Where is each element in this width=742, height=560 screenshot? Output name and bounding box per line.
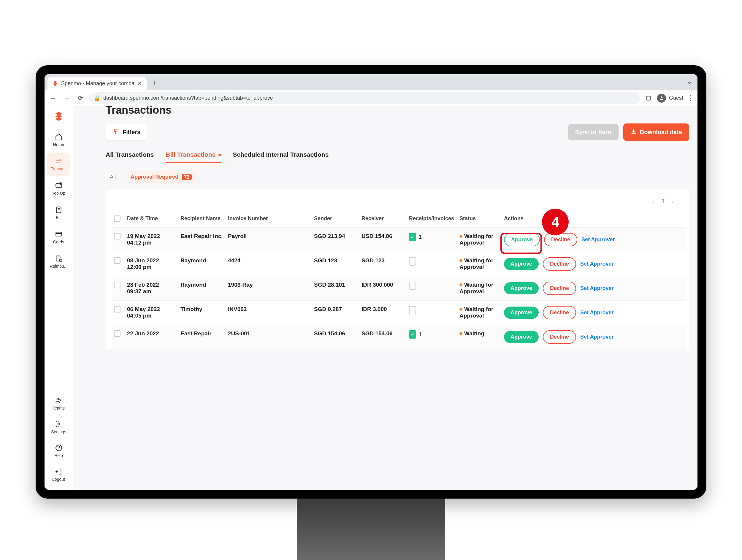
cell-sender: SGD 154.06 — [314, 330, 362, 337]
approve-button[interactable]: Approve — [504, 306, 539, 319]
cell-date: 06 May 2022 — [127, 306, 160, 312]
set-approver-link[interactable]: Set Approver — [580, 334, 614, 340]
help-icon — [55, 444, 63, 452]
status-dot-icon — [460, 332, 463, 335]
set-approver-link[interactable]: Set Approver — [580, 285, 614, 291]
download-data-button[interactable]: Download data — [623, 123, 689, 141]
row-checkbox[interactable] — [114, 306, 120, 313]
table-row[interactable]: 08 Jun 202212:00 pm Raymond 4424 SGD 123… — [112, 252, 686, 276]
table-row[interactable]: 19 May 202204:12 pm East Repair Inc. Pay… — [112, 228, 686, 252]
cell-recipient: East Repair — [180, 330, 228, 337]
cell-invoice: 1903-Ray — [228, 282, 314, 288]
page-prev-button[interactable]: ‹ — [652, 198, 654, 205]
page-next-button[interactable]: › — [672, 198, 674, 205]
sync-xero-button[interactable]: Sync to Xero — [568, 124, 619, 141]
set-approver-link[interactable]: Set Approver — [581, 236, 615, 243]
table-row[interactable]: 23 Feb 202209:37 am Raymond 1903-Ray SGD… — [112, 276, 686, 301]
filters-button[interactable]: Filters — [106, 124, 147, 141]
col-recipient: Recipient Name — [180, 216, 228, 222]
teams-icon — [55, 396, 63, 404]
sidebar-item-transactions[interactable]: Transa... — [47, 153, 70, 176]
decline-button[interactable]: Decline — [543, 282, 576, 295]
svg-point-13 — [116, 131, 117, 132]
sidebar-label: Top Up — [52, 191, 65, 195]
cell-status: Waiting — [460, 330, 504, 337]
monitor-stand — [297, 499, 445, 560]
table-row[interactable]: 06 May 202204:05 pm Timothy INV002 SGD 0… — [112, 301, 686, 325]
row-checkbox[interactable] — [114, 257, 120, 264]
browser-tab[interactable]: Spenmo - Manage your compa ✕ — [48, 77, 147, 90]
receipt-count: 1 — [419, 234, 422, 240]
tab-bill-transactions[interactable]: Bill Transactions — [166, 151, 221, 163]
sidebar-label: Logout — [52, 477, 65, 482]
sidebar-item-help[interactable]: Help — [47, 439, 70, 462]
cell-receipts — [409, 257, 460, 266]
table-row[interactable]: 22 Jun 2022 East Repair 2US-001 SGD 154.… — [112, 325, 686, 349]
address-bar[interactable]: 🔒 dashboard.spenmo.com/transactions?tab=… — [89, 92, 640, 104]
cell-receipts — [409, 306, 460, 314]
col-status: Status — [460, 216, 504, 222]
browser-menu-button[interactable] — [687, 95, 694, 101]
sidebar-item-home[interactable]: Home — [47, 128, 70, 151]
row-checkbox[interactable] — [114, 233, 120, 239]
svg-point-1 — [661, 97, 662, 98]
col-date: Date & Time — [127, 216, 180, 222]
cell-recipient: Raymond — [180, 257, 228, 264]
cell-recipient: Raymond — [180, 282, 228, 288]
sidebar-item-teams[interactable]: Teams — [47, 392, 70, 415]
select-all-checkbox[interactable] — [114, 216, 120, 222]
back-button[interactable]: ← — [48, 93, 58, 103]
approve-button[interactable]: Approve — [504, 282, 539, 294]
tab-scheduled-internal[interactable]: Scheduled Internal Transactions — [233, 151, 328, 163]
forward-button[interactable]: → — [62, 93, 72, 103]
sidebar-item-logout[interactable]: Logout — [47, 463, 70, 486]
cell-status: Waiting for Approval — [460, 306, 504, 319]
transfer-icon — [55, 157, 63, 165]
window-expand-icon[interactable] — [684, 78, 694, 88]
download-icon — [630, 128, 637, 136]
profile-button[interactable]: Guest — [657, 94, 683, 103]
decline-button[interactable]: Decline — [544, 233, 577, 246]
cell-time: 09:37 am — [127, 288, 178, 295]
reimburse-icon — [55, 254, 63, 263]
col-invoice: Invoice Number — [228, 216, 314, 222]
filters-label: Filters — [122, 129, 141, 135]
cell-time: 12:00 pm — [127, 264, 178, 270]
browser-chrome: Spenmo - Manage your compa ✕ ＋ ← → ⟳ 🔒 d… — [45, 74, 697, 106]
set-approver-link[interactable]: Set Approver — [580, 261, 614, 267]
tabs: All Transactions Bill Transactions Sched… — [106, 151, 689, 163]
cell-time: 04:05 pm — [127, 313, 178, 319]
extensions-icon[interactable] — [643, 93, 653, 103]
subtab-all[interactable]: All — [106, 171, 120, 183]
row-checkbox[interactable] — [114, 282, 120, 288]
cell-invoice: 4424 — [228, 257, 314, 264]
sidebar-item-bill[interactable]: Bill — [47, 201, 70, 224]
approve-button[interactable]: Approve — [504, 331, 539, 343]
reload-button[interactable]: ⟳ — [75, 93, 86, 103]
sidebar-label: Settings — [51, 430, 66, 434]
close-tab-icon[interactable]: ✕ — [138, 80, 142, 87]
svg-point-12 — [114, 129, 115, 130]
cell-date: 23 Feb 2022 — [127, 282, 159, 288]
app-logo-icon[interactable] — [53, 111, 64, 122]
approval-count-badge: 72 — [181, 174, 192, 180]
tab-all-transactions[interactable]: All Transactions — [106, 151, 154, 163]
row-checkbox[interactable] — [114, 330, 120, 337]
svg-rect-5 — [56, 232, 62, 236]
annotation-number: 4 — [551, 214, 559, 230]
approve-button[interactable]: Approve — [504, 258, 539, 270]
avatar-icon — [657, 94, 666, 103]
sidebar-item-settings[interactable]: Settings — [47, 415, 70, 439]
decline-button[interactable]: Decline — [543, 330, 576, 344]
sidebar-item-reimburse[interactable]: Reimbu... — [47, 250, 70, 273]
sidebar-label: Help — [54, 453, 63, 458]
decline-button[interactable]: Decline — [543, 257, 576, 271]
set-approver-link[interactable]: Set Approver — [580, 310, 614, 316]
sidebar-item-cards[interactable]: Cards — [47, 226, 70, 249]
url-text: dashboard.spenmo.com/transactions?tab=pe… — [103, 95, 273, 101]
subtab-approval-required[interactable]: Approval Required 72 — [126, 171, 196, 183]
cell-receipts: ✓1 — [409, 330, 460, 339]
new-tab-button[interactable]: ＋ — [150, 78, 160, 88]
decline-button[interactable]: Decline — [543, 306, 576, 319]
sidebar-item-topup[interactable]: Top Up — [47, 177, 70, 200]
